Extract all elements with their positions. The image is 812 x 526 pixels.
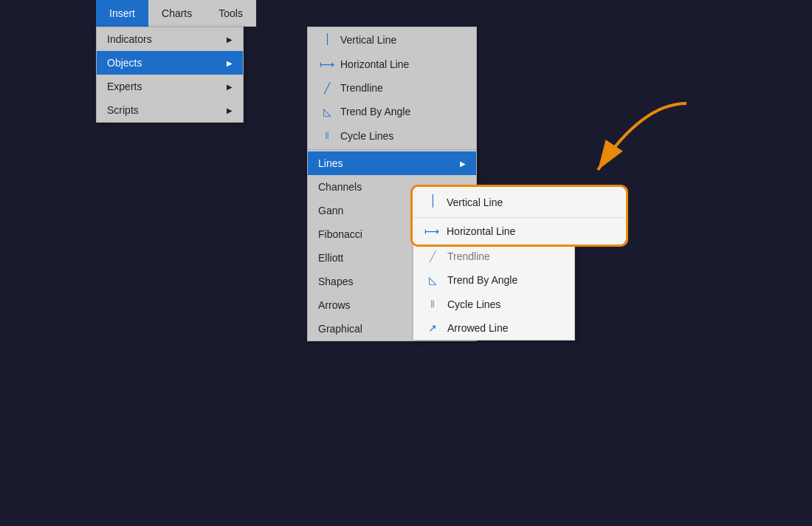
partial-trendline[interactable]: ╱ Trendline <box>413 245 574 268</box>
trend-by-angle-icon <box>318 106 336 117</box>
insert-dropdown: Indicators Objects Experts Scripts <box>96 27 244 123</box>
partial-trend-by-angle[interactable]: ◺ Trend By Angle <box>413 268 574 292</box>
horizontal-line-icon <box>318 58 336 70</box>
objects-arrow-icon <box>215 58 233 67</box>
vertical-line-icon <box>318 33 336 47</box>
arrow-annotation <box>554 96 716 209</box>
menu-item-indicators[interactable]: Indicators <box>97 27 243 51</box>
partial-trendline-icon: ╱ <box>424 250 441 262</box>
menu-container: Insert Charts Tools Indicators Objects E… <box>96 0 256 27</box>
indicators-arrow-icon <box>215 35 233 44</box>
objects-item-fibonacci[interactable]: Fibonacci <box>308 222 476 246</box>
trendline-icon <box>318 82 336 94</box>
partial-cycle-lines[interactable]: ⦀ Cycle Lines <box>413 292 574 316</box>
lines-arrow-icon <box>448 159 466 168</box>
objects-item-trendline[interactable]: Trendline <box>308 76 476 100</box>
lines-submenu-partial: ╱ Trendline ◺ Trend By Angle ⦀ Cycle Lin… <box>413 244 575 341</box>
objects-separator <box>308 149 476 150</box>
fibonacci-arrow-icon <box>448 230 466 239</box>
objects-item-cycle-lines[interactable]: Cycle Lines <box>308 123 476 148</box>
experts-arrow-icon <box>215 82 233 91</box>
menu-item-scripts[interactable]: Scripts <box>97 98 243 122</box>
menu-item-objects[interactable]: Objects <box>97 51 243 75</box>
partial-cycle-lines-icon: ⦀ <box>424 298 441 310</box>
cycle-lines-icon <box>318 129 336 142</box>
partial-arrowed-line-icon: ↗ <box>424 322 441 334</box>
objects-item-trend-by-angle[interactable]: Trend By Angle <box>308 100 476 123</box>
objects-item-channels[interactable]: Channels <box>308 175 476 199</box>
arrow-svg <box>554 96 716 207</box>
scripts-arrow-icon <box>215 106 233 115</box>
objects-item-horizontal-line[interactable]: Horizontal Line <box>308 52 476 76</box>
top-menubar: Insert Charts Tools <box>96 0 256 27</box>
objects-item-gann[interactable]: Gann <box>308 199 476 222</box>
menu-tools[interactable]: Tools <box>205 0 256 27</box>
partial-arrowed-line[interactable]: ↗ Arrowed Line <box>413 316 574 340</box>
gann-arrow-icon <box>448 206 466 215</box>
menu-insert[interactable]: Insert <box>96 0 148 27</box>
objects-item-lines[interactable]: Lines <box>308 151 476 175</box>
partial-trend-angle-icon: ◺ <box>424 274 441 286</box>
menu-item-experts[interactable]: Experts <box>97 75 243 98</box>
menu-charts[interactable]: Charts <box>148 0 205 27</box>
objects-item-vertical-line[interactable]: Vertical Line <box>308 27 476 52</box>
